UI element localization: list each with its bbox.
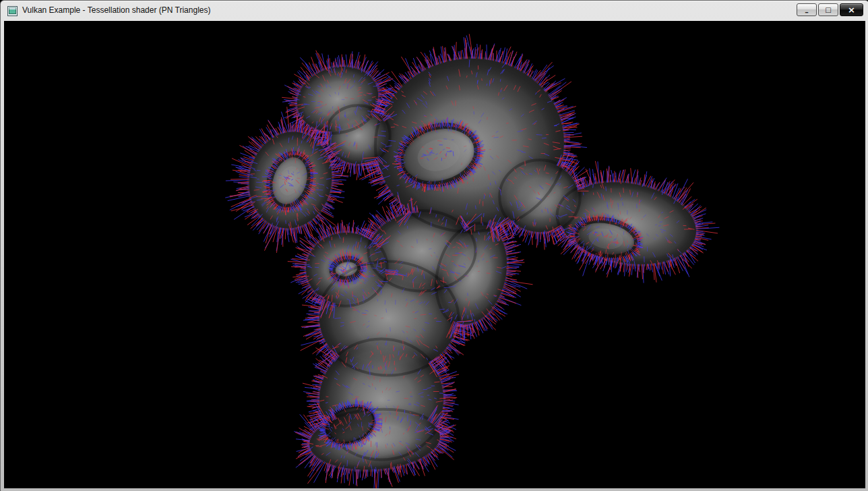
app-window: Vulkan Example - Tessellation shader (PN… xyxy=(0,0,868,491)
maximize-icon: □ xyxy=(825,7,831,13)
close-button[interactable]: × xyxy=(840,3,863,16)
minimize-icon: – xyxy=(805,9,809,16)
window-controls: – □ × xyxy=(797,1,863,16)
window-title: Vulkan Example - Tessellation shader (PN… xyxy=(22,5,210,15)
close-icon: × xyxy=(848,5,855,14)
maximize-button[interactable]: □ xyxy=(818,3,838,16)
minimize-button[interactable]: – xyxy=(797,3,817,16)
render-viewport[interactable] xyxy=(4,21,865,488)
render-area xyxy=(4,21,865,488)
title-bar[interactable]: Vulkan Example - Tessellation shader (PN… xyxy=(1,1,868,21)
app-icon xyxy=(7,6,18,16)
